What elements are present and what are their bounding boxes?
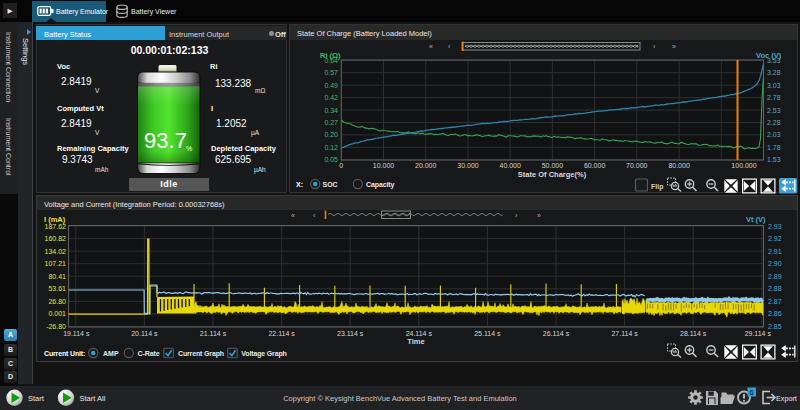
svg-text:Start: Start <box>28 394 45 403</box>
svg-text:Start All: Start All <box>80 394 106 403</box>
svg-text:6: 6 <box>750 388 754 397</box>
svg-text:Copyright © Keysight BenchVue: Copyright © Keysight BenchVue Advanced B… <box>283 394 517 403</box>
svg-text:Export: Export <box>776 394 797 403</box>
